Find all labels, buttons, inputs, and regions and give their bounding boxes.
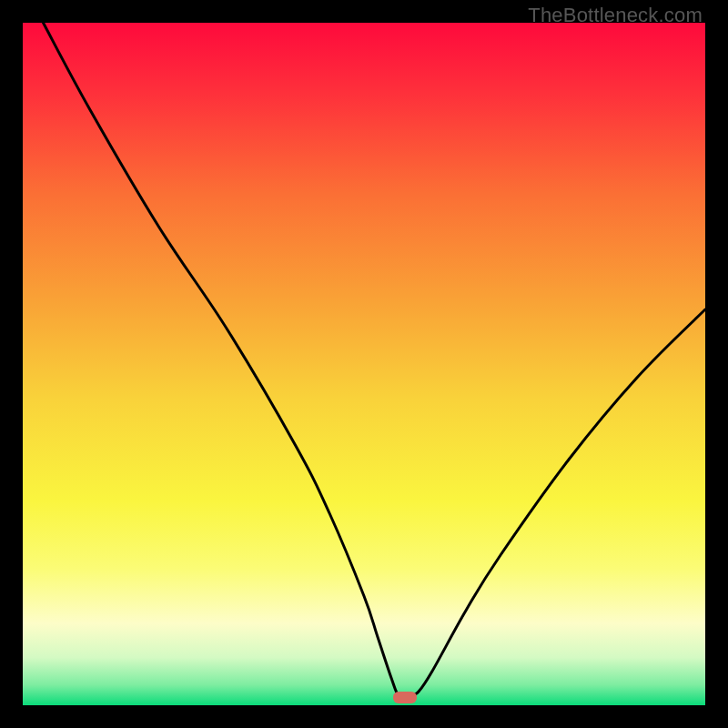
optimal-marker xyxy=(393,692,417,703)
chart-frame: TheBottleneck.com xyxy=(0,0,728,728)
bottleneck-chart xyxy=(23,23,705,705)
plot-area xyxy=(23,23,705,705)
watermark-text: TheBottleneck.com xyxy=(528,4,703,27)
gradient-background xyxy=(23,23,705,705)
